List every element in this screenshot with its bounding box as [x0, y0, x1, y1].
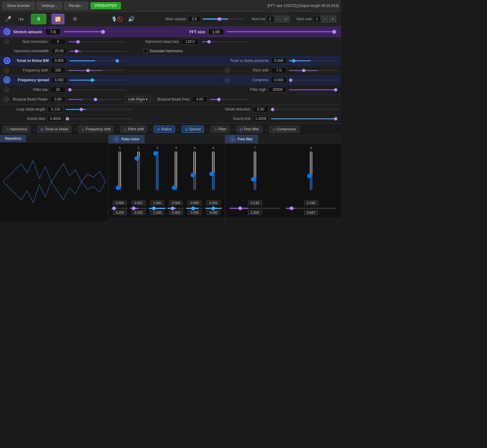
- waveform-tab[interactable]: Waveform: [0, 135, 26, 142]
- num-outs-decrease[interactable]: −: [322, 16, 328, 22]
- fader-1-vertical[interactable]: [117, 151, 123, 190]
- free-filter-power-button[interactable]: ⏻: [230, 136, 235, 142]
- params-section: ⏻ Num harmonics 9 Harmonics base freq 12…: [0, 37, 341, 105]
- compress-power-button[interactable]: ⏻: [224, 77, 230, 83]
- ratio-slider-1[interactable]: [111, 208, 128, 209]
- fader-6-vertical[interactable]: [210, 151, 216, 190]
- filter-power-button[interactable]: ⏻: [4, 87, 9, 92]
- fader-val-1: 0.000: [113, 200, 127, 205]
- mic-icon[interactable]: 🎤: [5, 16, 11, 22]
- pitch-shift-slider[interactable]: [289, 70, 337, 71]
- ff-fader-num-8: 8: [310, 146, 312, 150]
- harmonics-base-freq-slider[interactable]: [202, 41, 250, 42]
- ratio-val-2: 0.500: [132, 210, 145, 215]
- fader-num-4: 4: [175, 146, 177, 150]
- freq-spread-power-button[interactable]: ⏻: [4, 77, 10, 83]
- binaural-power-slider[interactable]: [68, 99, 123, 100]
- pitch-shift-value: 7.0: [271, 67, 287, 73]
- tonal-noise-power-button[interactable]: ⏻: [4, 57, 10, 64]
- fader-3-vertical[interactable]: [154, 151, 160, 190]
- fader-col-2: 2 0.852 0.500: [129, 146, 148, 215]
- sound-end-label: Sound end: [214, 117, 250, 121]
- num-ins-value: 2: [266, 16, 274, 22]
- free-filter-power-icon: ⏻: [240, 128, 243, 131]
- ratio-val-5: 3.000: [188, 210, 202, 215]
- loop-xfade-slider[interactable]: [66, 109, 132, 110]
- settings-button[interactable]: Settings...: [37, 2, 62, 10]
- filter-low-slider[interactable]: [68, 89, 126, 90]
- speaker-icon[interactable]: 🔊: [128, 16, 135, 22]
- harmonics-power-button[interactable]: ⏻: [4, 39, 9, 44]
- binaural-power-button[interactable]: ⏻: [4, 97, 9, 102]
- ratio-slider-5[interactable]: [186, 208, 203, 209]
- tonal-noise-preserve-slider[interactable]: [289, 60, 337, 61]
- rewind-icon[interactable]: ⏮: [16, 14, 26, 24]
- play-pause-button[interactable]: ⏸: [31, 14, 46, 24]
- tonal-noise-bw-slider[interactable]: [69, 60, 127, 61]
- fader-4-vertical[interactable]: [173, 151, 179, 190]
- ratio-mixer-panel: ⏻ Ratio mixer 1 0.000 0.250 2 0.852: [109, 135, 225, 221]
- mic-mute-icon[interactable]: 🎙️🚫: [111, 16, 123, 22]
- pipeline-pitch-shift[interactable]: ⏻ Pitch shift: [120, 126, 147, 133]
- ratio-val-3: 1.000: [150, 210, 164, 215]
- gaussian-harmonics-checkbox[interactable]: [144, 49, 148, 53]
- ff-ratio-slider-8[interactable]: [286, 208, 336, 209]
- harmonics-bandwidth-slider[interactable]: [69, 51, 127, 52]
- ratio-slider-4[interactable]: [167, 208, 184, 209]
- num-outs-increase[interactable]: +: [329, 16, 336, 22]
- ff-ratio-val-8: 0.667: [304, 210, 318, 215]
- filter-high-slider[interactable]: [289, 89, 337, 90]
- fft-size-slider[interactable]: [227, 31, 337, 32]
- ratio-slider-2[interactable]: [130, 208, 147, 209]
- waveform-tab-bar: Waveform: [0, 135, 108, 142]
- sound-end-slider[interactable]: [271, 118, 337, 119]
- binaural-freq-slider[interactable]: [210, 99, 249, 100]
- loop-button[interactable]: 🔁: [51, 14, 65, 24]
- stretch-slider[interactable]: [64, 31, 174, 32]
- freq-spread-slider[interactable]: [69, 80, 127, 81]
- ratio-slider-3[interactable]: [149, 208, 166, 209]
- arrow-icon-1: →: [32, 127, 36, 132]
- num-ins-decrease[interactable]: −: [275, 16, 282, 22]
- show-browser-button[interactable]: Show browser: [2, 2, 34, 10]
- num-ins-increase[interactable]: +: [283, 16, 289, 22]
- pipeline-tonal-vs-noise[interactable]: ⏻ Tonal vs Noise: [37, 126, 72, 133]
- fader-2-vertical[interactable]: [135, 151, 142, 190]
- pipeline-free-filter[interactable]: ⏻ Free filter: [236, 126, 263, 133]
- ratio-mixer-power-button[interactable]: ⏻: [113, 136, 119, 142]
- fader-val-2: 0.852: [132, 200, 145, 205]
- compress-label: Compress: [232, 78, 269, 82]
- binaural-mode-dropdown[interactable]: Left–Right ▾: [125, 96, 151, 103]
- sound-start-label: Sound start: [12, 117, 45, 121]
- sound-start-slider[interactable]: [66, 118, 132, 119]
- pipeline-filter[interactable]: ⏻ Filter: [211, 126, 230, 133]
- freeze-icon[interactable]: ❄: [69, 14, 80, 24]
- main-volume-slider[interactable]: [202, 18, 245, 20]
- fader-5-vertical[interactable]: [192, 151, 198, 190]
- ff-fader-7-vertical[interactable]: [252, 151, 258, 190]
- free-filter-tab[interactable]: ⏻ Free filter: [225, 135, 258, 143]
- pipeline-row: ⏻ Harmonics → ⏻ Tonal vs Noise → ⏻ Frequ…: [0, 124, 341, 135]
- ratio-mixer-tab[interactable]: ⏻ Ratio mixer: [109, 135, 145, 143]
- ff-ratio-slider-7[interactable]: [230, 208, 280, 209]
- ratio-val-4: 2.000: [169, 210, 183, 215]
- pipeline-compressor[interactable]: ⏻ Compressor: [269, 126, 300, 133]
- fader-num-6: 6: [212, 146, 214, 150]
- num-harmonics-slider[interactable]: [68, 41, 126, 42]
- ratio-slider-6[interactable]: [205, 208, 222, 209]
- compress-slider[interactable]: [289, 80, 337, 81]
- sound-start-end-row: Sound start 0.0000 Sound end 1.0000: [0, 114, 341, 123]
- prebuffer-button[interactable]: PREBUFFER: [91, 2, 121, 9]
- pipeline-spread[interactable]: ⏻ Spread: [182, 126, 204, 133]
- freq-shift-slider[interactable]: [68, 70, 126, 71]
- freq-shift-power-button[interactable]: ⏻: [4, 68, 9, 73]
- pipeline-frequency-shift[interactable]: ⏻ Frequency shift: [78, 126, 114, 133]
- pipeline-ratios[interactable]: ⏻ Ratios: [154, 126, 175, 133]
- render-button[interactable]: Render...: [64, 2, 88, 10]
- pipeline-harmonics[interactable]: ⏻ Harmonics: [2, 126, 30, 133]
- arrow-icon-4: →: [148, 127, 152, 132]
- onset-detection-slider[interactable]: [271, 109, 337, 110]
- pitch-shift-power-button[interactable]: ⏻: [224, 68, 230, 73]
- ff-fader-8-vertical[interactable]: [308, 151, 314, 190]
- stretch-power-button[interactable]: ⏻: [4, 28, 10, 35]
